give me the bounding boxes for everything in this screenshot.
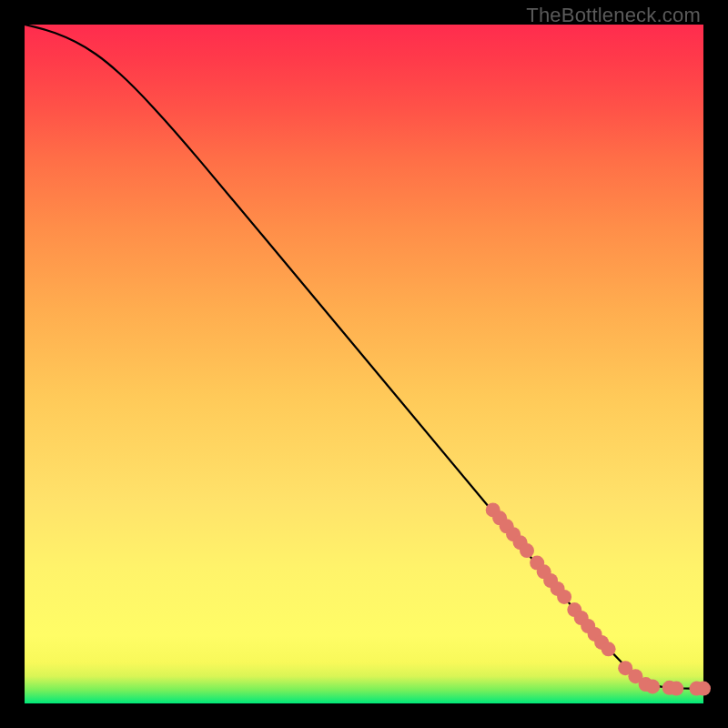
chart-svg [25, 25, 703, 703]
chart-frame: TheBottleneck.com [0, 0, 728, 728]
data-point [520, 543, 534, 558]
data-point [645, 679, 660, 693]
plot-area [25, 25, 703, 703]
data-markers [486, 502, 711, 695]
data-point [557, 590, 571, 604]
data-point [669, 682, 683, 696]
bottleneck-curve [25, 25, 703, 689]
data-point [602, 642, 616, 656]
watermark-text: TheBottleneck.com [526, 4, 701, 27]
data-point [696, 682, 711, 696]
